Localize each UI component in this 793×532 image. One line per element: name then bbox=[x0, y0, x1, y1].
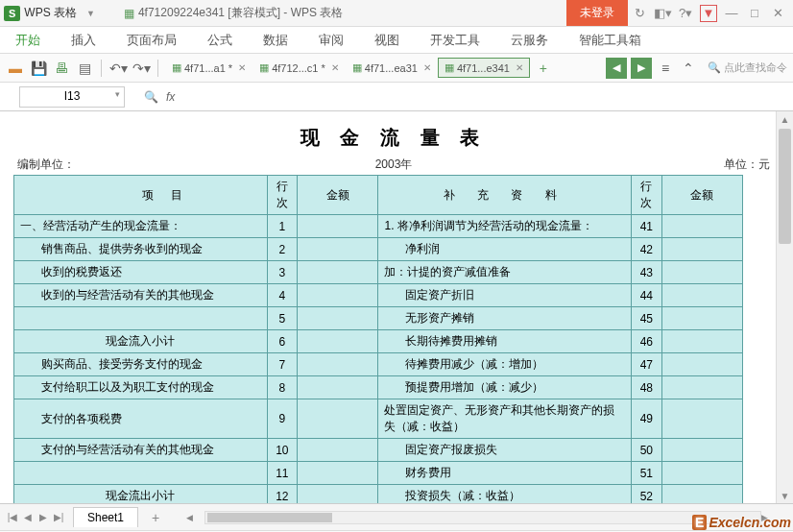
horizontal-scrollbar[interactable] bbox=[204, 511, 761, 524]
hscroll-right-icon[interactable]: ▶ bbox=[761, 513, 768, 522]
cell-amount2[interactable] bbox=[661, 284, 742, 307]
cell-item[interactable]: 销售商品、提供劳务收到的现金 bbox=[14, 238, 268, 261]
maximize-icon[interactable]: □ bbox=[743, 2, 766, 25]
th-amount2[interactable]: 金额 bbox=[661, 176, 742, 215]
skin-icon[interactable]: ◧▾ bbox=[651, 2, 674, 25]
document-tab[interactable]: ▦ 4f71...a1 * ✕ bbox=[165, 58, 252, 78]
cell-item[interactable]: 一、经营活动产生的现金流量： bbox=[14, 215, 268, 238]
menu-data[interactable]: 数据 bbox=[257, 28, 294, 53]
th-supp[interactable]: 补 充 资 料 bbox=[378, 176, 632, 215]
cell-supp[interactable]: 长期待摊费用摊销 bbox=[378, 330, 632, 353]
cell-amount2[interactable] bbox=[661, 330, 742, 353]
cell-item[interactable]: 收到的税费返还 bbox=[14, 261, 268, 284]
cell-seq[interactable]: 12 bbox=[267, 485, 298, 504]
cell-item[interactable]: 现金流出小计 bbox=[14, 485, 268, 504]
cell-supp[interactable]: 待摊费用减少（减：增加） bbox=[378, 353, 632, 376]
cell-amount[interactable] bbox=[298, 307, 378, 330]
cell-seq2[interactable]: 42 bbox=[632, 238, 662, 261]
cell-seq2[interactable]: 50 bbox=[632, 439, 662, 462]
add-sheet-icon[interactable]: + bbox=[144, 508, 167, 527]
close-tab-icon[interactable]: ✕ bbox=[516, 62, 523, 73]
cell-supp[interactable]: 投资损失（减：收益） bbox=[378, 485, 632, 504]
add-tab-icon[interactable]: + bbox=[534, 59, 553, 78]
preview-icon[interactable]: ▤ bbox=[75, 59, 94, 78]
menu-insert[interactable]: 插入 bbox=[65, 28, 102, 53]
sync-icon[interactable]: ↻ bbox=[628, 2, 651, 25]
cell-amount[interactable] bbox=[298, 284, 378, 307]
cell-amount[interactable] bbox=[298, 353, 378, 376]
collapse-icon[interactable]: ⌃ bbox=[679, 59, 698, 78]
vertical-scrollbar[interactable]: ▲ ▼ bbox=[776, 111, 793, 503]
cell-seq[interactable]: 8 bbox=[267, 376, 298, 399]
sheet-next-icon[interactable]: ▶ bbox=[36, 512, 50, 522]
cell-amount2[interactable] bbox=[661, 238, 742, 261]
cell-item[interactable]: 收到的与经营活动有关的其他现金 bbox=[14, 284, 268, 307]
cell-amount[interactable] bbox=[298, 485, 378, 504]
th-seq[interactable]: 行次 bbox=[267, 176, 298, 215]
menu-devtools[interactable]: 开发工具 bbox=[424, 28, 486, 53]
cell-seq[interactable]: 2 bbox=[267, 238, 298, 261]
cell-amount[interactable] bbox=[298, 330, 378, 353]
cell-amount[interactable] bbox=[298, 261, 378, 284]
dropdown-icon[interactable]: ▼ bbox=[86, 9, 95, 18]
cell-seq[interactable]: 7 bbox=[267, 353, 298, 376]
cell-seq[interactable]: 1 bbox=[267, 215, 298, 238]
cell-amount2[interactable] bbox=[661, 399, 742, 439]
close-tab-icon[interactable]: ✕ bbox=[423, 62, 431, 73]
cell-seq2[interactable]: 43 bbox=[632, 261, 662, 284]
cell-amount[interactable] bbox=[298, 238, 378, 261]
cell-amount[interactable] bbox=[298, 462, 378, 485]
cell-amount[interactable] bbox=[298, 376, 378, 399]
menu-view[interactable]: 视图 bbox=[369, 28, 405, 53]
cell-item[interactable]: 支付给职工以及为职工支付的现金 bbox=[14, 376, 268, 399]
sheet-prev-icon[interactable]: ◀ bbox=[21, 512, 35, 522]
menu-smart[interactable]: 智能工具箱 bbox=[573, 28, 647, 53]
menu-icon[interactable]: ≡ bbox=[656, 59, 675, 78]
menu-review[interactable]: 审阅 bbox=[313, 28, 349, 53]
cell-seq[interactable]: 6 bbox=[267, 330, 298, 353]
cell-item[interactable] bbox=[14, 307, 268, 330]
cell-reference-input[interactable]: I13 bbox=[19, 86, 125, 108]
cell-item[interactable] bbox=[14, 462, 268, 485]
fx-search-icon[interactable]: 🔍 bbox=[144, 90, 158, 104]
cell-amount2[interactable] bbox=[661, 462, 742, 485]
cell-seq[interactable]: 5 bbox=[267, 307, 298, 330]
cell-seq2[interactable]: 41 bbox=[632, 215, 662, 238]
cell-amount2[interactable] bbox=[661, 307, 742, 330]
close-tab-icon[interactable]: ✕ bbox=[238, 62, 246, 73]
cell-supp[interactable]: 无形资产摊销 bbox=[378, 307, 632, 330]
cell-amount[interactable] bbox=[298, 215, 378, 238]
fx-label[interactable]: fx bbox=[166, 90, 175, 104]
document-tab[interactable]: ▦ 4f71...ea31 ✕ bbox=[346, 58, 438, 78]
cell-amount2[interactable] bbox=[661, 215, 742, 238]
nav-left-icon[interactable]: ◀ bbox=[606, 58, 627, 79]
menu-layout[interactable]: 页面布局 bbox=[121, 28, 182, 53]
cell-seq2[interactable]: 48 bbox=[632, 376, 662, 399]
cell-amount2[interactable] bbox=[661, 485, 742, 504]
cell-supp[interactable]: 固定资产折旧 bbox=[378, 284, 632, 307]
cell-amount2[interactable] bbox=[661, 439, 742, 462]
cell-amount[interactable] bbox=[298, 399, 378, 439]
cell-supp[interactable]: 固定资产报废损失 bbox=[378, 439, 632, 462]
sheet-last-icon[interactable]: ▶| bbox=[52, 512, 65, 522]
feedback-icon[interactable]: ▼ bbox=[700, 5, 717, 22]
cell-seq2[interactable]: 47 bbox=[632, 353, 662, 376]
nav-right-icon[interactable]: ▶ bbox=[631, 58, 652, 79]
cell-amount2[interactable] bbox=[661, 376, 742, 399]
hscroll-left-icon[interactable]: ◀ bbox=[186, 513, 193, 522]
print-icon[interactable]: 🖶 bbox=[52, 59, 71, 78]
th-seq2[interactable]: 行次 bbox=[632, 176, 662, 215]
cell-seq2[interactable]: 52 bbox=[632, 485, 662, 504]
cell-supp[interactable]: 处置固定资产、无形资产和其他长期资产的损失（减：收益） bbox=[378, 399, 632, 439]
cell-seq[interactable]: 3 bbox=[267, 261, 298, 284]
search-hint[interactable]: 🔍 点此查找命令 bbox=[708, 60, 787, 75]
redo-icon[interactable]: ↷▾ bbox=[132, 59, 151, 78]
cell-amount2[interactable] bbox=[661, 261, 742, 284]
cell-seq[interactable]: 10 bbox=[267, 439, 298, 462]
cell-supp[interactable]: 财务费用 bbox=[378, 462, 632, 485]
th-amount[interactable]: 金额 bbox=[298, 176, 378, 215]
undo-icon[interactable]: ↶▾ bbox=[108, 59, 128, 78]
open-icon[interactable]: ▬ bbox=[6, 59, 25, 78]
cell-item[interactable]: 支付的与经营活动有关的其他现金 bbox=[14, 439, 268, 462]
help-icon[interactable]: ?▾ bbox=[674, 2, 697, 25]
